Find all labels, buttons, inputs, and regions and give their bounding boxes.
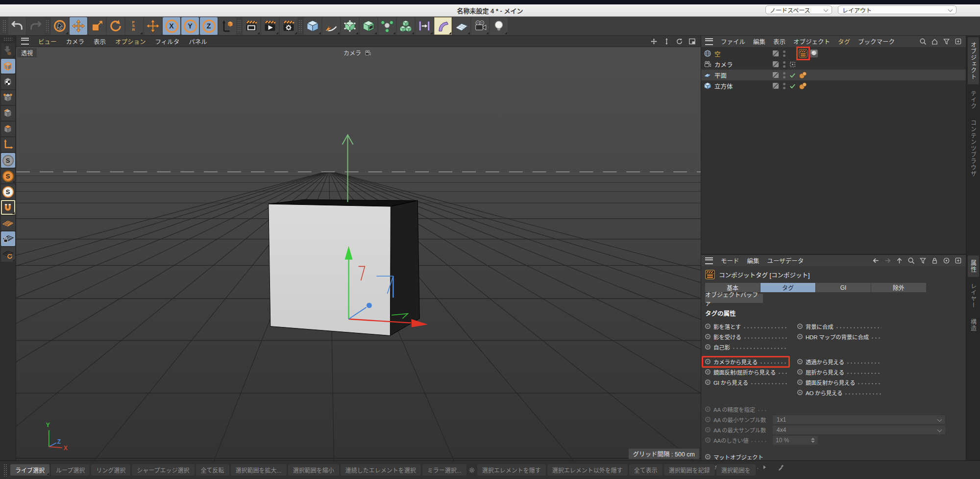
animation-dot-icon[interactable] bbox=[705, 324, 710, 329]
object-manager-menu-item[interactable]: 編集 bbox=[753, 37, 765, 46]
workplane-button[interactable] bbox=[1, 216, 15, 230]
rotate-view-icon[interactable] bbox=[676, 38, 683, 45]
palette-drag-handle[interactable] bbox=[3, 37, 12, 41]
side-tab[interactable]: 構造 bbox=[968, 314, 979, 336]
move-tool[interactable] bbox=[70, 17, 87, 35]
enable-axis-mode-button[interactable] bbox=[1, 137, 15, 152]
object-manager-menu-item[interactable]: 表示 bbox=[773, 37, 785, 46]
object-name[interactable]: 立方体 bbox=[714, 81, 733, 91]
zoom-view-icon[interactable] bbox=[663, 38, 670, 45]
enable-state[interactable] bbox=[789, 82, 796, 90]
object-manager-menu-item[interactable]: ブックマーク bbox=[858, 37, 895, 46]
object-name[interactable]: 平面 bbox=[714, 71, 727, 80]
property-row[interactable]: 鏡面反射/屈折から見える bbox=[705, 368, 789, 376]
selection-command-button[interactable]: ループ選択 bbox=[51, 464, 90, 476]
search-icon[interactable] bbox=[919, 38, 927, 45]
object-manager-menu-item[interactable]: タグ bbox=[838, 37, 850, 46]
stepper-arrows-icon[interactable] bbox=[811, 438, 815, 443]
toggle-view-layout-icon[interactable] bbox=[688, 38, 696, 45]
cube-object[interactable] bbox=[269, 200, 419, 335]
animation-dot-icon[interactable] bbox=[797, 369, 803, 375]
projection-label[interactable]: 透視 bbox=[17, 48, 37, 57]
light-menu[interactable] bbox=[490, 17, 508, 35]
back-icon[interactable] bbox=[872, 257, 880, 264]
spline-pen-menu[interactable] bbox=[322, 17, 340, 35]
add-panel-icon[interactable] bbox=[955, 257, 962, 264]
property-row[interactable]: カメラから見える bbox=[705, 358, 789, 366]
viewport-menu-item[interactable]: 表示 bbox=[94, 37, 106, 46]
selection-command-button[interactable] bbox=[468, 464, 476, 476]
selection-command-button[interactable]: 選択範囲を縮小 bbox=[288, 464, 339, 476]
array-generator-menu[interactable] bbox=[397, 17, 415, 35]
planar-workplane-button[interactable] bbox=[1, 247, 15, 262]
render-settings-button[interactable] bbox=[280, 17, 297, 35]
enable-state[interactable] bbox=[789, 72, 796, 79]
animation-dot-icon[interactable] bbox=[797, 324, 803, 329]
active-tool-move[interactable] bbox=[144, 17, 162, 35]
scale-tool[interactable] bbox=[88, 17, 106, 35]
attribute-menu-item[interactable]: 編集 bbox=[747, 256, 760, 265]
object-name[interactable]: 空 bbox=[714, 49, 721, 58]
property-row[interactable]: AO から見える bbox=[797, 389, 883, 397]
bend-deformer-menu[interactable] bbox=[434, 17, 452, 35]
property-row[interactable]: GI から見える bbox=[705, 378, 789, 386]
property-row[interactable]: HDR マップの背景に合成 bbox=[797, 333, 883, 341]
boole-generator-menu[interactable] bbox=[360, 17, 377, 35]
viewport-menu-item[interactable]: パネル bbox=[189, 37, 207, 46]
y-axis-toggle[interactable]: Y bbox=[181, 17, 199, 35]
enable-state[interactable] bbox=[789, 61, 796, 68]
phong-tag-icon[interactable] bbox=[799, 71, 808, 79]
animation-dot-icon[interactable] bbox=[797, 390, 803, 395]
bar-drag-handle[interactable] bbox=[3, 464, 7, 477]
expand-triangle-icon[interactable] bbox=[763, 465, 766, 469]
pan-view-icon[interactable] bbox=[650, 38, 658, 45]
animation-dot-icon[interactable] bbox=[705, 454, 710, 459]
viewport-menu-item[interactable]: ビュー bbox=[38, 37, 57, 46]
selection-command-button[interactable]: 全て表示 bbox=[629, 464, 662, 476]
layout-dropdown[interactable]: レイアウト bbox=[838, 5, 956, 14]
animation-dot-icon[interactable] bbox=[705, 344, 710, 350]
add-panel-icon[interactable] bbox=[955, 38, 962, 45]
lock-workplane-button[interactable] bbox=[1, 231, 15, 246]
object-row[interactable]: 立方体 bbox=[701, 80, 966, 91]
undo-button[interactable] bbox=[8, 17, 26, 35]
forward-icon[interactable] bbox=[884, 257, 891, 264]
camera-label[interactable]: カメラ bbox=[343, 49, 372, 57]
property-row[interactable]: 透過から見える bbox=[797, 358, 883, 366]
layer-toggle[interactable] bbox=[773, 83, 779, 89]
selection-command-button[interactable]: 連続したエレメントを選択 bbox=[341, 464, 421, 476]
filter-icon[interactable] bbox=[943, 38, 950, 45]
aa-max-samples-select[interactable]: 4x4 bbox=[773, 426, 945, 434]
selection-command-button[interactable]: ミラー選択... bbox=[422, 464, 466, 476]
z-axis-toggle[interactable]: Z bbox=[200, 17, 218, 35]
point-mode-button[interactable] bbox=[1, 90, 15, 105]
side-tab[interactable]: オブジェクト bbox=[968, 37, 979, 84]
eyedropper-icon[interactable] bbox=[778, 463, 785, 471]
selection-command-button[interactable]: シャープエッジ選択 bbox=[132, 464, 194, 476]
animation-dot-icon[interactable] bbox=[705, 359, 710, 364]
property-row[interactable]: 屈折から見える bbox=[797, 368, 883, 376]
side-tab[interactable]: 属性 bbox=[968, 255, 979, 277]
property-row[interactable]: 自己影 bbox=[705, 343, 789, 351]
side-tab[interactable]: レイヤー bbox=[968, 278, 979, 313]
search-icon[interactable] bbox=[907, 257, 915, 264]
object-manager-menu-item[interactable]: ファイル bbox=[721, 37, 745, 46]
animation-dot-icon[interactable] bbox=[797, 359, 803, 364]
animation-dot-icon[interactable] bbox=[705, 369, 710, 375]
phong-tag-icon[interactable] bbox=[799, 81, 808, 90]
attribute-tab[interactable]: 除外 bbox=[871, 283, 926, 292]
render-view-button[interactable] bbox=[243, 17, 260, 35]
attribute-menu-item[interactable]: モード bbox=[721, 256, 739, 265]
viewport-solo-single-button[interactable]: S bbox=[1, 169, 15, 183]
polygon-mode-button[interactable] bbox=[1, 122, 15, 136]
toolbar-separator[interactable] bbox=[46, 20, 50, 32]
matte-object-row[interactable]: マットオブジェクト bbox=[705, 452, 966, 462]
property-row[interactable]: 鏡面反射から見える bbox=[797, 378, 883, 386]
selection-command-button[interactable]: ライブ選択 bbox=[10, 464, 49, 476]
texture-mode-button[interactable] bbox=[1, 75, 15, 89]
viewport-canvas[interactable]: Y Z X 透視 カメラ グリッド間隔 : 500 cm bbox=[16, 47, 701, 460]
toolbar-separator[interactable] bbox=[237, 20, 242, 32]
toolbar-drag-handle[interactable] bbox=[2, 20, 6, 32]
selection-command-button[interactable]: 全て反転 bbox=[196, 464, 229, 476]
aa-min-samples-select[interactable]: 1x1 bbox=[773, 415, 945, 424]
